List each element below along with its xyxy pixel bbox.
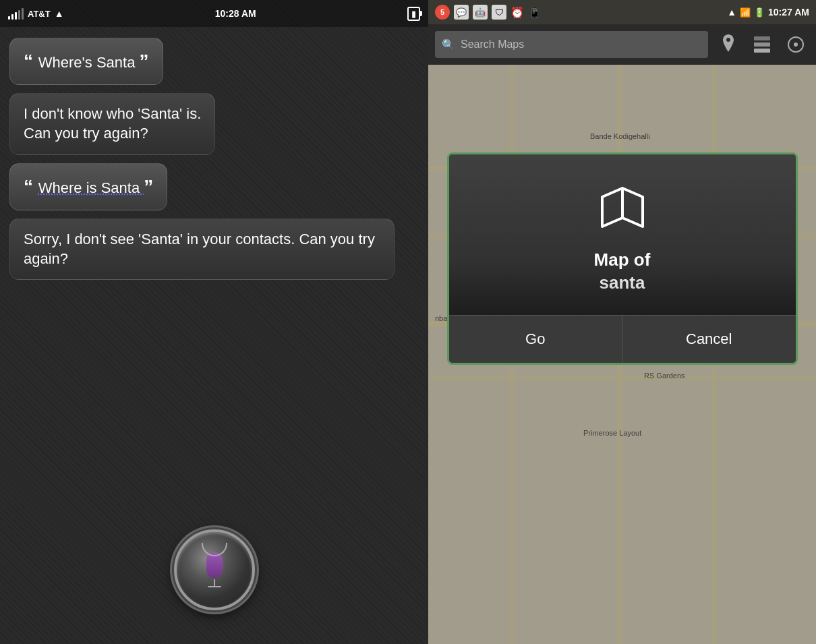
- siri-mic-area: [0, 509, 428, 644]
- android-status-bar: 5 💬 🤖 🛡 ⏰ 📱 ▲ 📶 🔋 10:27 AM: [428, 0, 816, 24]
- siri-bubble-2: Sorry, I don't see 'Santa' in your conta…: [9, 218, 395, 280]
- open-quote-2: “: [24, 176, 38, 197]
- search-box[interactable]: 🔍 Search Maps: [435, 31, 708, 58]
- svg-point-4: [794, 42, 798, 47]
- close-quote-2: ”: [144, 176, 153, 197]
- cell-signal-icon: 📶: [740, 7, 751, 18]
- user-message-2: Where is Santa: [38, 179, 144, 196]
- mic-body: [206, 552, 223, 578]
- map-book-icon: [595, 185, 649, 232]
- svg-rect-1: [754, 42, 770, 47]
- cancel-button[interactable]: Cancel: [622, 316, 796, 363]
- android-icon: 🤖: [473, 5, 488, 20]
- android-time: 10:27 AM: [768, 7, 809, 18]
- dialog-overlay: Map of santa Go Cancel: [428, 65, 816, 644]
- siri-message-1: I don't know who 'Santa' is.Can you try …: [24, 105, 201, 142]
- android-status-right: ▲ 📶 🔋 10:27 AM: [727, 7, 809, 18]
- clock-icon: ⏰: [511, 6, 524, 19]
- android-status-left: 5 💬 🤖 🛡 ⏰ 📱: [435, 5, 542, 20]
- ios-status-bar: AT&T ▲ 10:28 AM ▮: [0, 0, 428, 27]
- carrier-label: AT&T: [28, 9, 51, 19]
- android-maps-panel: 5 💬 🤖 🛡 ⏰ 📱 ▲ 📶 🔋 10:27 AM 🔍 Search Maps: [428, 0, 816, 644]
- layers-svg: [753, 36, 771, 53]
- open-quote-1: “: [24, 51, 38, 71]
- dialog-buttons: Go Cancel: [449, 315, 796, 363]
- battery-icon-android: 🔋: [754, 7, 765, 18]
- compass-svg: [787, 36, 805, 53]
- location-pin-icon[interactable]: [715, 31, 742, 58]
- siri-message-2: Sorry, I don't see 'Santa' in your conta…: [24, 231, 375, 267]
- phone-icon: 📱: [528, 6, 542, 19]
- search-placeholder: Search Maps: [461, 38, 524, 51]
- user-bubble-1: “ Where's Santa ”: [9, 38, 163, 85]
- dialog-title: Map of santa: [594, 249, 651, 295]
- dialog-title-line1: Map of: [594, 250, 651, 270]
- close-quote-1: ”: [140, 51, 149, 71]
- go-button[interactable]: Go: [449, 316, 623, 363]
- mic-arc: [202, 543, 227, 556]
- compass-icon[interactable]: [782, 31, 809, 58]
- pin-svg: [720, 34, 736, 55]
- layers-icon[interactable]: [749, 31, 776, 58]
- mic-stand: [214, 579, 215, 586]
- map-dialog: Map of santa Go Cancel: [447, 152, 798, 365]
- ios-siri-panel: AT&T ▲ 10:28 AM ▮ “ Where's Santa ” I do…: [0, 0, 428, 644]
- ios-status-left: AT&T ▲: [8, 8, 64, 20]
- search-icon: 🔍: [442, 38, 455, 51]
- wifi-signal-icon: ▲: [727, 7, 736, 18]
- svg-rect-2: [754, 49, 770, 53]
- dialog-content: Map of santa: [449, 154, 796, 315]
- notification-badge: 5: [435, 5, 450, 20]
- user-bubble-2: “ Where is Santa ”: [9, 163, 167, 210]
- shield-icon: 🛡: [492, 5, 506, 20]
- siri-bubble-1: I don't know who 'Santa' is.Can you try …: [9, 93, 215, 154]
- siri-mic-button[interactable]: [174, 529, 255, 610]
- chat-icon: 💬: [454, 5, 469, 20]
- svg-rect-0: [754, 36, 770, 40]
- mic-base: [208, 586, 221, 587]
- dialog-title-line2: santa: [600, 272, 645, 293]
- user-message-1: Where's Santa: [38, 54, 140, 71]
- ios-time: 10:28 AM: [215, 8, 256, 19]
- wifi-icon: ▲: [55, 8, 64, 19]
- chat-container: “ Where's Santa ” I don't know who 'Sant…: [0, 27, 428, 509]
- maps-toolbar: 🔍 Search Maps: [428, 24, 816, 65]
- mic-icon: [198, 546, 231, 593]
- battery-icon: ▮: [407, 7, 420, 21]
- map-icon-container: [595, 181, 649, 235]
- signal-icon: [8, 8, 24, 20]
